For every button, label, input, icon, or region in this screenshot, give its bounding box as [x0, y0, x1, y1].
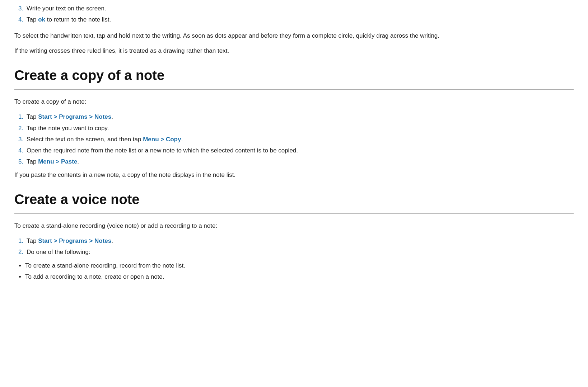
section2-step-2: Do one of the following: — [25, 247, 574, 257]
section2-intro: To create a stand-alone recording (voice… — [14, 221, 574, 231]
section2-step-1: Tap Start > Programs > Notes. — [25, 236, 574, 246]
s1-step1-bold: Start > Programs > Notes — [38, 113, 111, 120]
intro-step-4: Tap ok to return to the note list. — [25, 15, 574, 24]
section2-bullet-2: To add a recording to a note, create or … — [25, 272, 574, 282]
section2-steps-list: Tap Start > Programs > Notes. Do one of … — [25, 236, 574, 257]
section1-heading: Create a copy of a note — [14, 65, 574, 86]
section1-step-1: Tap Start > Programs > Notes. — [25, 112, 574, 122]
s1-step1-suffix: . — [111, 113, 113, 120]
s1-step5-suffix: . — [77, 158, 79, 165]
intro-step-3: Write your text on the screen. — [25, 4, 574, 13]
section2-bullet-list: To create a stand-alone recording, recor… — [25, 261, 574, 282]
s2-bullet1-text: To create a stand-alone recording, recor… — [25, 262, 185, 269]
section2-divider — [14, 213, 574, 214]
section2-bullet-1: To create a stand-alone recording, recor… — [25, 261, 574, 270]
drawing-note: If the writing crosses three ruled lines… — [14, 46, 574, 56]
intro-ordered-list: Write your text on the screen. Tap ok to… — [25, 4, 574, 24]
section1-step-5: Tap Menu > Paste. — [25, 157, 574, 166]
intro-step-4-suffix: to return to the note list. — [45, 16, 111, 23]
s1-step2-text: Tap the note you want to copy. — [27, 125, 109, 132]
main-content: Write your text on the screen. Tap ok to… — [14, 0, 574, 299]
s1-step3-prefix: Select the text on the screen, and then … — [27, 136, 143, 143]
s2-step1-prefix: Tap — [27, 237, 38, 244]
s1-step1-prefix: Tap — [27, 113, 38, 120]
section1-step-2: Tap the note you want to copy. — [25, 123, 574, 133]
section1-intro: To create a copy of a note: — [14, 97, 574, 107]
s2-step1-bold: Start > Programs > Notes — [38, 237, 111, 244]
s1-step3-bold: Menu > Copy — [143, 136, 181, 143]
s2-bullet2-text: To add a recording to a note, create or … — [25, 273, 164, 280]
section1-divider — [14, 89, 574, 90]
s2-step1-suffix: . — [111, 237, 113, 244]
s1-step5-prefix: Tap — [27, 158, 38, 165]
section2-heading: Create a voice note — [14, 189, 574, 211]
intro-step-4-bold: ok — [38, 16, 45, 23]
handwritten-text-note: To select the handwritten text, tap and … — [14, 31, 574, 41]
s1-step4-text: Open the required note from the note lis… — [27, 147, 298, 154]
s1-step5-bold: Menu > Paste — [38, 158, 77, 165]
section1-footer: If you paste the contents in a new note,… — [14, 170, 574, 180]
s2-step2-text: Do one of the following: — [27, 249, 90, 255]
s1-step3-suffix: . — [181, 136, 183, 143]
section1-step-3: Select the text on the screen, and then … — [25, 134, 574, 144]
intro-step-3-text: Write your text on the screen. — [27, 5, 106, 12]
intro-step-4-prefix: Tap — [27, 16, 38, 23]
intro-steps: Write your text on the screen. Tap ok to… — [14, 4, 574, 24]
section1-step-4: Open the required note from the note lis… — [25, 146, 574, 155]
section1-steps-list: Tap Start > Programs > Notes. Tap the no… — [25, 112, 574, 166]
